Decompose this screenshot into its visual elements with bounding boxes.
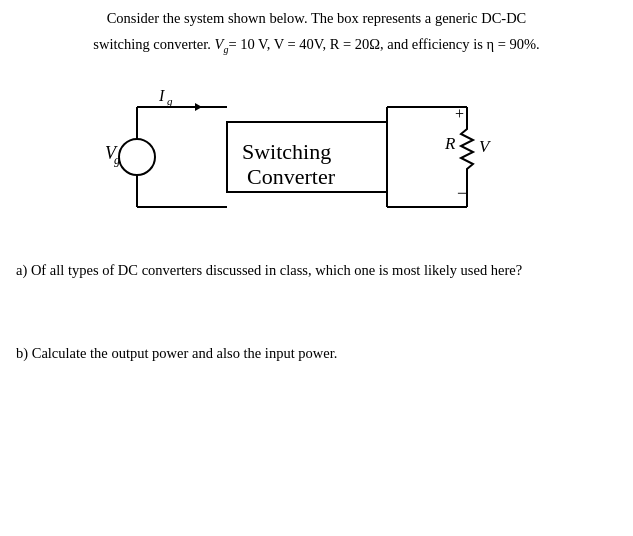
converter-label-line1: Switching bbox=[242, 139, 331, 164]
plus-sign: + bbox=[455, 105, 464, 122]
question-a-label: a) bbox=[16, 262, 27, 278]
voltage-source-circle bbox=[119, 139, 155, 175]
vg-italic: Vg bbox=[215, 36, 229, 52]
circuit-svg: V g I g Switching Converter + R bbox=[87, 77, 547, 232]
converter-label-line2: Converter bbox=[247, 164, 336, 189]
circuit-diagram: V g I g Switching Converter + R bbox=[16, 75, 617, 235]
v-load-label: V bbox=[479, 137, 492, 156]
question-a-text: Of all types of DC converters discussed … bbox=[27, 262, 522, 278]
intro-line1: Consider the system shown below. The box… bbox=[107, 10, 527, 26]
question-b-text: Calculate the output power and also the … bbox=[28, 345, 337, 361]
intro-paragraph: Consider the system shown below. The box… bbox=[16, 8, 617, 57]
r-label: R bbox=[444, 134, 456, 153]
ig-sub: g bbox=[167, 95, 173, 107]
intro-line2-pre: switching converter. bbox=[93, 36, 214, 52]
ig-arrow-head bbox=[195, 103, 202, 111]
question-a: a) Of all types of DC converters discuss… bbox=[16, 259, 617, 282]
question-b: b) Calculate the output power and also t… bbox=[16, 342, 617, 365]
intro-line2-rest: = 10 V, V = 40V, R = 20Ω, and efficiency… bbox=[228, 36, 539, 52]
question-b-label: b) bbox=[16, 345, 28, 361]
ig-label: I bbox=[158, 87, 165, 104]
minus-sign: − bbox=[457, 183, 467, 203]
